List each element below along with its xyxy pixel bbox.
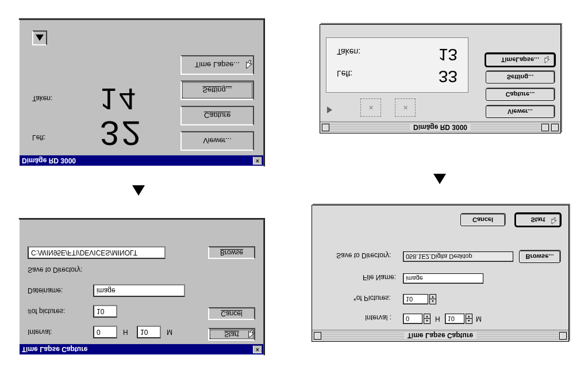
collapse-toggle-button[interactable] [32,30,47,45]
pictures-input[interactable]: 10 [403,294,428,304]
start-button-label: Start [224,330,239,338]
viewer-button-label: Viewer... [203,137,232,146]
pictures-stepper[interactable]: ▲▼ [429,294,436,304]
mac-viewer-button-label: Viewer... [508,108,533,115]
start-button[interactable]: Start [208,328,255,341]
cursor-pointer-icon [247,328,258,338]
interval-hours-value: 0 [97,328,101,336]
mac-browse-button-label: Browse... [526,253,554,260]
mac-zoom-box[interactable] [541,124,549,131]
dialog-time-lapse-capture: Time Lapse Capture × Interval: 0 H 10 M … [18,219,264,356]
mac-setting-button[interactable]: Setting... [486,71,555,83]
titlebar: Time Lapse Capture × [20,344,263,354]
close-button[interactable]: × [253,345,262,353]
interval-hours-input[interactable]: 0 [93,326,117,338]
dateiname-input[interactable]: image [93,284,185,297]
time-lapse-button[interactable]: Time Lapse... [180,55,254,75]
mac-capture-button-label: Capture... [506,91,535,98]
thumbnail-placeholder: ✕ [395,98,416,117]
pictures-label: *of Pictures: [353,294,391,302]
mac-start-button[interactable]: Start [516,214,560,226]
interval-minutes-value: 10 [140,328,148,336]
stats-panel: Left: 33 Taken: 13 [326,37,468,93]
interval-hours-value: 0 [406,315,409,322]
interval-label: Interval: [28,328,52,336]
mac-start-button-label: Start [531,216,545,223]
mac-setting-button-label: Setting... [507,74,533,81]
interval-hours-stepper[interactable]: ▲▼ [424,314,431,324]
cursor-pointer-icon [551,215,559,224]
hours-unit: H [123,328,128,336]
arrow-up-icon [132,185,145,196]
disclosure-triangle-icon[interactable] [327,106,332,113]
taken-value: 13 [439,45,458,64]
mac-capture-button[interactable]: Capture... [486,88,555,101]
pictures-value: 10 [97,307,104,315]
mac-close-box[interactable] [322,124,329,131]
mac-cancel-button-label: Cancel [472,216,493,223]
mac-window-title: Dimâge RD 3000 [410,124,471,132]
taken-label: Taken: [32,94,52,102]
cancel-button[interactable]: Cancel [208,307,255,320]
minutes-unit: M [476,315,482,323]
save-directory-value: C:/WIN95E/FTI/DEVICES/MINOLT [31,249,137,257]
cancel-button-label: Cancel [221,310,242,318]
interval-hours-input[interactable]: 0 [403,314,422,324]
mac-collapse-box[interactable] [551,124,559,131]
mac-browse-button[interactable]: Browse... [519,250,560,263]
interval-label: Interval : [365,314,391,322]
mac-cancel-button[interactable]: Cancel [460,214,505,226]
mac-dialog-title: Time Lapse Capture [404,332,476,340]
mac-titlebar: Time Lapse Capture [312,330,568,341]
close-button[interactable]: × [253,157,262,165]
browse-button-label: Browse [220,249,243,257]
time-lapse-button-label: Time Lapse... [195,61,240,70]
setting-button[interactable]: Setting... [180,81,254,100]
browse-button[interactable]: Browse [208,246,255,259]
dateiname-value: image [97,287,116,295]
setting-button-label: Setting... [202,86,232,95]
mac-collapse-box[interactable] [559,332,567,340]
save-directory-input[interactable]: C:/WIN95E/FTI/DEVICES/MINOLT [28,246,166,259]
interval-minutes-input[interactable]: 10 [137,326,161,338]
dialog-title: Time Lapse Capture [22,345,87,353]
left-value: 33 [439,67,458,86]
filename-value: image [406,275,423,282]
mac-timelapse-button[interactable]: TimeLapse... [486,54,555,66]
pictures-value: 10 [406,296,413,303]
capture-button[interactable]: Capture [180,106,254,125]
taken-label: Taken: [337,47,360,56]
mac-dialog-time-lapse-capture: Time Lapse Capture Interval : 0 ▲▼ H 10 … [312,205,569,342]
dateiname-label: Dateiname: [28,287,63,295]
cursor-pointer-icon [245,59,255,69]
save-directory-value: 058.1E2.Digita Desktop [406,253,472,260]
left-label: Left: [337,69,352,78]
mac-titlebar: Dimâge RD 3000 [320,121,560,133]
filename-input[interactable]: image [403,273,483,284]
taken-value: 14 [100,82,138,116]
pictures-input[interactable]: 10 [93,305,117,318]
mac-window-dimage-rd-3000: Dimâge RD 3000 Left: 33 Taken: 13 ✕ ✕ Vi… [320,24,561,134]
thumbnail-placeholder: ✕ [360,98,381,117]
pictures-label: #of pictures: [28,307,65,315]
interval-minutes-value: 10 [448,315,455,322]
mac-close-box[interactable] [314,332,321,340]
triangle-up-icon [36,35,44,41]
left-value: 32 [100,113,143,153]
mac-timelapse-button-label: TimeLapse... [501,56,539,63]
cursor-pointer-icon [544,54,552,63]
save-directory-display: 058.1E2.Digita Desktop [403,251,513,262]
mac-viewer-button[interactable]: Viewer... [486,105,555,118]
interval-minutes-input[interactable]: 10 [445,314,464,324]
arrow-up-icon [433,174,446,184]
viewer-button[interactable]: Viewer... [180,131,254,151]
window-dimage-rd-3000: Dimâge RD 3000 × Left: 32 Taken: 14 View… [18,19,264,167]
minutes-unit: M [167,328,172,336]
titlebar: Dimâge RD 3000 × [20,155,263,166]
filename-label: File Name: [363,273,396,281]
save-directory-label: Save to Directory: [28,266,82,274]
left-label: Left: [32,134,45,142]
hours-unit: H [435,315,440,323]
save-directory-label: Save to Directory: [336,251,391,260]
interval-minutes-stepper[interactable]: ▲▼ [466,314,472,324]
